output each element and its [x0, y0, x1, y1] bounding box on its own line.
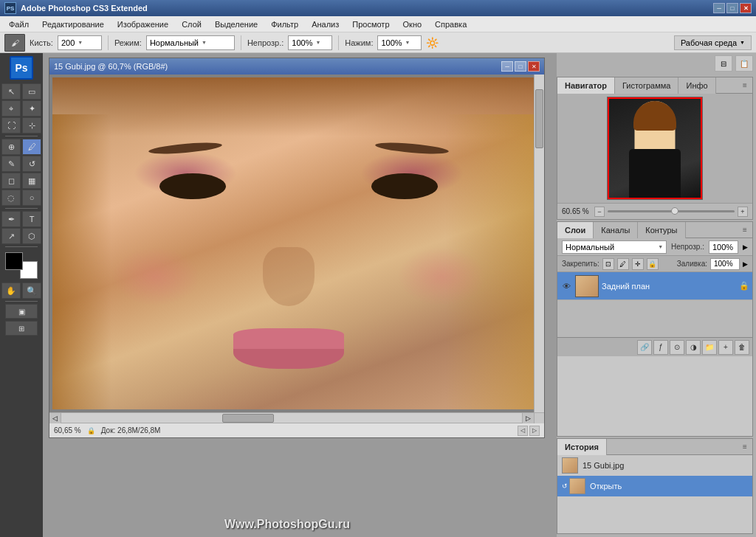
add-adjustment-button[interactable]: ◑	[686, 340, 701, 355]
minimize-button[interactable]: ─	[713, 3, 725, 13]
add-mask-button[interactable]: ⊙	[670, 340, 684, 355]
layer-empty-area	[557, 300, 752, 337]
maximize-button[interactable]: □	[726, 3, 738, 13]
opacity-dropdown[interactable]: 100%	[288, 35, 332, 50]
close-button[interactable]: ✕	[740, 3, 752, 13]
doc-minimize-button[interactable]: ─	[501, 61, 513, 72]
fill-arrow[interactable]: ▶	[743, 260, 748, 268]
brush-tool[interactable]: 🖊	[22, 139, 41, 155]
clone-stamp-tool[interactable]: ✎	[1, 156, 21, 172]
document-content[interactable]	[49, 75, 544, 412]
menu-file[interactable]: Файл	[3, 18, 35, 30]
tab-channels[interactable]: Каналы	[594, 222, 638, 238]
horizontal-scrollbar-track	[61, 413, 522, 423]
zoom-out-button[interactable]: −	[594, 207, 605, 217]
panel-icon-1[interactable]: ⊟	[715, 55, 732, 72]
panel-icon-2[interactable]: 📋	[735, 55, 753, 72]
horizontal-scroll-thumb[interactable]	[222, 414, 274, 423]
lock-transparent-button[interactable]: ⊡	[602, 258, 614, 270]
brush-size-dropdown[interactable]: 200	[58, 35, 102, 50]
move-tool[interactable]: ↖	[1, 83, 21, 100]
slice-tool[interactable]: ⊹	[22, 117, 41, 134]
lock-all-button[interactable]: 🔒	[647, 258, 659, 270]
fill-label: Заливка:	[677, 260, 707, 268]
quick-mask-button[interactable]: ▣	[5, 304, 38, 319]
blend-mode-dropdown[interactable]: Нормальный	[146, 35, 235, 50]
history-brush-tool[interactable]: ↺	[22, 156, 41, 172]
tool-row-10: ✋ 🔍	[1, 283, 41, 299]
tab-history[interactable]: История	[557, 439, 607, 455]
navigator-options-button[interactable]: ≡	[738, 81, 752, 89]
fill-value[interactable]: 100%	[710, 258, 740, 270]
menu-view[interactable]: Просмотр	[346, 18, 395, 30]
eraser-tool[interactable]: ◻	[1, 173, 21, 189]
menu-image[interactable]: Изображение	[111, 18, 174, 30]
zoom-in-button[interactable]: +	[738, 207, 748, 217]
status-next-button[interactable]: ▷	[529, 426, 540, 436]
menu-window[interactable]: Окно	[397, 18, 428, 30]
layer-thumbnail-0	[575, 275, 599, 297]
vertical-scrollbar[interactable]	[534, 75, 544, 412]
blend-mode-dropdown-layers[interactable]: Нормальный	[562, 240, 667, 254]
layer-item-0[interactable]: 👁 Задний план 🔒	[557, 272, 752, 300]
screen-mode-button[interactable]: ⊞	[5, 321, 38, 336]
menu-edit[interactable]: Редактирование	[36, 18, 110, 30]
blur-tool[interactable]: ◌	[1, 190, 21, 206]
opacity-value-layers[interactable]: 100%	[709, 240, 738, 254]
healing-brush-tool[interactable]: ⊕	[1, 139, 21, 155]
flow-label: Нажим:	[345, 38, 373, 47]
menu-select[interactable]: Выделение	[209, 18, 264, 30]
tab-navigator[interactable]: Навигатор	[557, 77, 615, 94]
tab-info[interactable]: Инфо	[678, 77, 715, 94]
tab-layers[interactable]: Слои	[557, 222, 594, 238]
zoom-slider-thumb[interactable]	[671, 207, 678, 215]
layers-options-button[interactable]: ≡	[738, 226, 752, 234]
vertical-scroll-thumb[interactable]	[535, 89, 543, 148]
add-link-button[interactable]: 🔗	[637, 340, 652, 355]
window-controls: ─ □ ✕	[713, 3, 752, 13]
add-effect-button[interactable]: ƒ	[653, 340, 668, 355]
menu-analysis[interactable]: Анализ	[306, 18, 345, 30]
lock-position-button[interactable]: ✛	[632, 258, 644, 270]
doc-maximize-button[interactable]: □	[515, 61, 526, 72]
shape-tool[interactable]: ⬡	[22, 228, 41, 244]
workspace-button[interactable]: Рабочая среда	[674, 35, 752, 50]
pen-tool[interactable]: ✒	[1, 211, 21, 227]
tab-histogram[interactable]: Гистограмма	[615, 77, 679, 94]
layer-visibility-icon[interactable]: 👁	[560, 280, 572, 292]
selection-tool[interactable]: ▭	[22, 83, 41, 100]
add-layer-button[interactable]: +	[718, 340, 733, 355]
doc-close-button[interactable]: ✕	[528, 61, 540, 72]
tool-row-2: ⌖ ✦	[1, 100, 41, 117]
flow-dropdown[interactable]: 100%	[377, 35, 422, 50]
crop-tool[interactable]: ⛶	[1, 117, 21, 134]
delete-layer-button[interactable]: 🗑	[735, 340, 749, 355]
text-tool[interactable]: T	[22, 211, 41, 227]
airbrush-button[interactable]: 🔆	[426, 37, 439, 49]
history-item-1[interactable]: ↺ Открыть	[557, 476, 752, 496]
path-selection-tool[interactable]: ↗	[1, 228, 21, 244]
dodge-tool[interactable]: ○	[22, 190, 41, 206]
scroll-left-button[interactable]: ◁	[49, 413, 61, 423]
history-options-button[interactable]: ≡	[738, 443, 752, 451]
add-group-button[interactable]: 📁	[702, 340, 717, 355]
hand-tool[interactable]: ✋	[1, 283, 21, 299]
nose	[263, 247, 315, 306]
zoom-tool[interactable]: 🔍	[22, 283, 41, 299]
gradient-tool[interactable]: ▦	[22, 173, 41, 189]
menu-help[interactable]: Справка	[429, 18, 472, 30]
brush-tool-icon[interactable]: 🖌	[4, 34, 25, 52]
lock-image-button[interactable]: 🖊	[617, 258, 629, 270]
status-prev-button[interactable]: ◁	[518, 426, 528, 436]
lasso-tool[interactable]: ⌖	[1, 100, 21, 117]
foreground-color[interactable]	[5, 252, 23, 270]
menu-filter[interactable]: Фильтр	[265, 18, 304, 30]
history-item-0[interactable]: 15 Gubi.jpg	[557, 455, 752, 476]
menu-layer[interactable]: Слой	[176, 18, 207, 30]
tool-row-1: ↖ ▭	[1, 83, 41, 100]
opacity-arrow[interactable]: ▶	[743, 243, 748, 251]
tool-separator-1	[5, 136, 38, 136]
scroll-right-button[interactable]: ▷	[522, 413, 534, 423]
tab-paths[interactable]: Контуры	[638, 222, 685, 238]
magic-wand-tool[interactable]: ✦	[22, 100, 41, 117]
